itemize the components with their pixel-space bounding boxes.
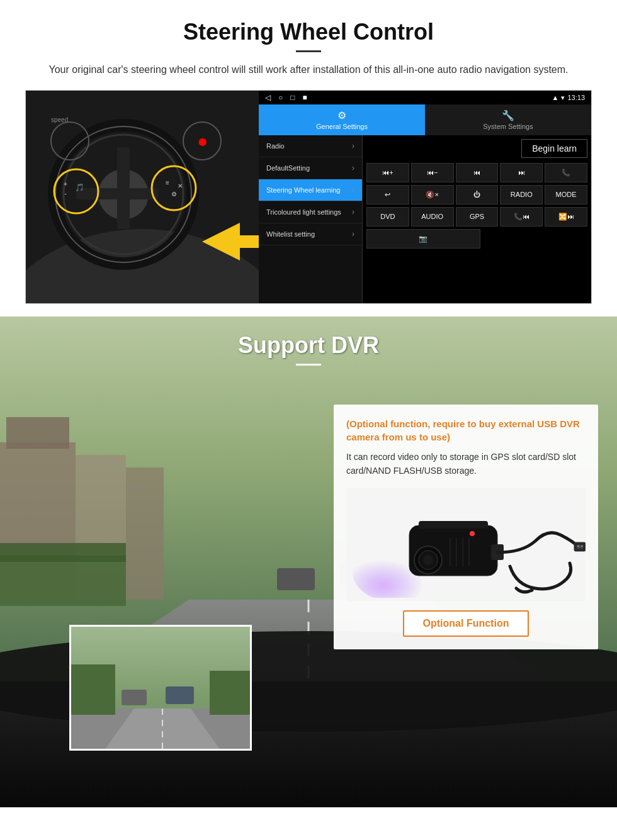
control-row-4: 📷 — [366, 229, 587, 249]
steering-demo: + - 🎵 ≡ ✕ ⚙ speed ⬤ ◁ ○ □ — [25, 90, 592, 304]
ctrl-cam[interactable]: 📷 — [366, 229, 480, 249]
menu-item-radio[interactable]: Radio › — [259, 135, 362, 157]
dvr-card-description: It can record video only to storage in G… — [346, 450, 586, 478]
svg-text:+: + — [64, 180, 67, 188]
svg-text:✕: ✕ — [178, 182, 183, 189]
menu-arrow-radio: › — [352, 142, 354, 150]
dvr-background: Support DVR — [0, 316, 617, 807]
dvr-divider — [296, 364, 321, 366]
title-divider — [296, 50, 321, 52]
ctrl-vol-up[interactable]: ⏮+ — [366, 163, 409, 182]
steering-wheel-photo: + - 🎵 ≡ ✕ ⚙ speed ⬤ — [26, 91, 259, 304]
svg-rect-39 — [122, 690, 147, 705]
steering-description: Your original car's steering wheel contr… — [38, 62, 579, 77]
svg-point-49 — [423, 555, 433, 565]
tab-system-settings[interactable]: 🔧 System Settings — [425, 104, 591, 135]
svg-rect-30 — [277, 568, 315, 590]
begin-learn-button[interactable]: Begin learn — [521, 139, 587, 158]
svg-rect-42 — [71, 664, 115, 715]
menu-item-whitelist[interactable]: Whitelist setting › — [259, 223, 362, 245]
dvr-card-title: (Optional function, require to buy exter… — [346, 417, 586, 444]
dvr-section: Support DVR — [0, 316, 617, 807]
svg-rect-26 — [0, 556, 126, 606]
steering-wheel-svg: + - 🎵 ≡ ✕ ⚙ speed ⬤ — [26, 91, 259, 304]
menu-arrow-default: › — [352, 164, 354, 172]
ctrl-phone-prev[interactable]: 📞⏮ — [500, 207, 543, 227]
time-display: 13:13 — [567, 94, 585, 101]
menu-arrow-tricoloured: › — [352, 208, 354, 216]
menu-radio-label: Radio — [266, 142, 285, 150]
ctrl-shuffle-next[interactable]: 🔀⏭ — [545, 207, 587, 227]
ctrl-prev-track[interactable]: ⏮ — [456, 163, 499, 182]
ctrl-next-track[interactable]: ⏭ — [500, 163, 543, 182]
begin-learn-row: Begin learn — [366, 139, 587, 158]
android-menu: Radio › DefaultSetting › Steering Wheel … — [259, 135, 363, 303]
home-icon[interactable]: ○ — [278, 93, 283, 102]
ctrl-audio[interactable]: AUDIO — [411, 207, 454, 227]
svg-rect-43 — [210, 671, 252, 715]
dvr-camera-illustration — [346, 488, 586, 601]
control-row-2: ↩ 🔇× ⏻ RADIO MODE — [366, 185, 587, 204]
svg-text:🎵: 🎵 — [75, 182, 84, 192]
dvr-title-area: Support DVR — [0, 316, 617, 375]
ctrl-mode[interactable]: MODE — [545, 185, 587, 204]
menu-tricoloured-label: Tricoloured light settings — [266, 208, 341, 216]
dvr-screenshot-thumbnail — [69, 625, 252, 751]
ctrl-radio[interactable]: RADIO — [500, 185, 543, 204]
dvr-info-card: (Optional function, require to buy exter… — [334, 405, 598, 649]
ctrl-phone[interactable]: 📞 — [545, 163, 587, 182]
android-main: Begin learn ⏮+ ⏮− ⏮ ⏭ 📞 ↩ — [363, 135, 591, 303]
statusbar-nav: ◁ ○ □ ■ — [265, 93, 307, 102]
svg-rect-58 — [577, 546, 579, 547]
svg-text:⬤: ⬤ — [198, 137, 207, 146]
wifi-icon: ▾ — [561, 94, 565, 102]
control-row-3: DVD AUDIO GPS 📞⏮ 🔀⏭ — [366, 207, 587, 227]
signal-icon: ▲ — [552, 94, 559, 101]
menu-default-label: DefaultSetting — [266, 164, 310, 172]
system-icon: 🔧 — [502, 109, 514, 121]
dvr-camera-svg — [346, 491, 586, 598]
steering-title: Steering Wheel Control — [25, 19, 592, 45]
dvr-thumbnail-svg — [71, 627, 252, 751]
menu-arrow-whitelist: › — [352, 230, 354, 238]
ctrl-vol-down[interactable]: ⏮− — [411, 163, 454, 182]
settings-icon: ⚙ — [337, 109, 346, 121]
ctrl-power[interactable]: ⏻ — [456, 185, 499, 204]
menu-whitelist-label: Whitelist setting — [266, 230, 315, 238]
menu-icon[interactable]: ■ — [303, 93, 307, 102]
svg-text:⚙: ⚙ — [171, 191, 177, 198]
menu-item-tricoloured[interactable]: Tricoloured light settings › — [259, 201, 362, 223]
tab-general-label: General Settings — [316, 123, 368, 130]
svg-rect-27 — [0, 543, 126, 562]
svg-point-50 — [470, 531, 475, 536]
dvr-title: Support DVR — [25, 332, 592, 359]
android-tabs: ⚙ General Settings 🔧 System Settings — [259, 104, 591, 135]
svg-rect-46 — [419, 521, 488, 529]
control-row-1: ⏮+ ⏮− ⏮ ⏭ 📞 — [366, 163, 587, 182]
svg-rect-25 — [126, 468, 164, 600]
ctrl-back[interactable]: ↩ — [366, 185, 409, 204]
svg-rect-23 — [6, 417, 69, 449]
android-content: Radio › DefaultSetting › Steering Wheel … — [259, 135, 591, 303]
ctrl-mute[interactable]: 🔇× — [411, 185, 454, 204]
menu-item-steering-learning[interactable]: Steering Wheel learning › — [259, 179, 362, 201]
svg-rect-40 — [166, 686, 194, 704]
tab-general-settings[interactable]: ⚙ General Settings — [259, 104, 425, 135]
ctrl-dvd[interactable]: DVD — [366, 207, 409, 227]
menu-item-default-setting[interactable]: DefaultSetting › — [259, 157, 362, 179]
menu-steering-label: Steering Wheel learning — [266, 186, 340, 194]
android-ui: ◁ ○ □ ■ ▲ ▾ 13:13 ⚙ General Settings — [259, 91, 591, 303]
android-statusbar: ◁ ○ □ ■ ▲ ▾ 13:13 — [259, 91, 591, 104]
svg-text:-: - — [64, 189, 67, 197]
optional-function-button[interactable]: Optional Function — [403, 610, 529, 637]
control-grid: ⏮+ ⏮− ⏮ ⏭ 📞 ↩ 🔇× ⏻ RADIO MODE — [366, 163, 587, 249]
svg-rect-5 — [76, 188, 158, 199]
svg-rect-59 — [581, 546, 583, 547]
back-icon[interactable]: ◁ — [265, 93, 271, 102]
recents-icon[interactable]: □ — [290, 93, 295, 102]
menu-arrow-steering: › — [352, 186, 354, 194]
statusbar-icons: ▲ ▾ 13:13 — [552, 94, 585, 102]
svg-text:≡: ≡ — [166, 179, 169, 186]
ctrl-gps[interactable]: GPS — [456, 207, 499, 227]
steering-section: Steering Wheel Control Your original car… — [0, 0, 617, 316]
